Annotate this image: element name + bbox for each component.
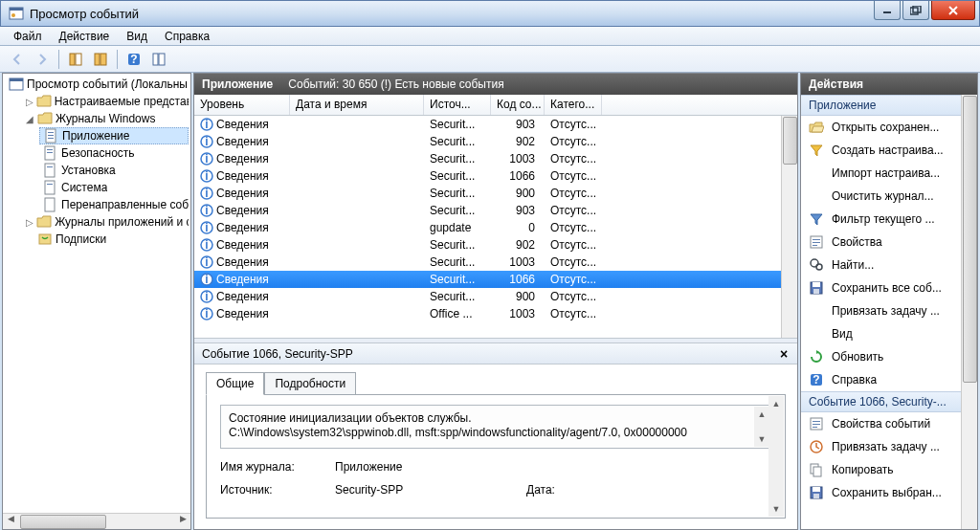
menu-action[interactable]: Действие	[52, 28, 118, 45]
tree-forwarded-log[interactable]: Перенаправленные соб	[39, 196, 189, 213]
tab-general[interactable]: Общие	[206, 372, 264, 395]
description-scrollbar[interactable]: ▲ ▼	[754, 407, 769, 447]
action-item[interactable]: Привязать задачу ...	[801, 435, 977, 458]
info-icon: i	[200, 273, 213, 286]
event-row[interactable]: iСведенияSecurit...1003Отсутс...	[194, 254, 797, 271]
tree-security-log[interactable]: Безопасность	[39, 144, 189, 162]
event-row[interactable]: iСведенияSecurit...900Отсутс...	[194, 185, 797, 202]
properties-button[interactable]	[89, 48, 112, 71]
column-datetime[interactable]: Дата и время	[290, 95, 424, 115]
event-list-scrollbar[interactable]	[781, 116, 797, 338]
scrollbar-thumb[interactable]	[783, 117, 797, 165]
action-item[interactable]: Открыть сохранен...	[801, 116, 977, 139]
log-icon	[43, 163, 58, 178]
event-row[interactable]: iСведенияSecurit...1066Отсутс...	[194, 271, 797, 288]
actions-scrollbar[interactable]	[961, 95, 977, 529]
action-item[interactable]: Сохранить все соб...	[801, 276, 977, 299]
menu-file[interactable]: Файл	[6, 28, 50, 45]
action-item[interactable]: Вид▶	[801, 322, 977, 345]
scroll-down-icon[interactable]: ▼	[754, 431, 769, 447]
detail-close-button[interactable]: ×	[776, 346, 791, 362]
action-section-header[interactable]: Приложение▲	[801, 95, 977, 116]
event-row[interactable]: iСведенияSecurit...903Отсутс...	[194, 116, 797, 133]
scroll-up-icon[interactable]: ▲	[754, 407, 769, 422]
tree-app-logs[interactable]: ▷ Журналы приложений и сл	[22, 213, 189, 231]
action-item[interactable]: Сохранить выбран...	[801, 481, 977, 504]
svg-rect-24	[47, 166, 53, 167]
detail-scrollbar[interactable]: ▲ ▼	[768, 396, 784, 517]
tree-subscriptions[interactable]: Подписки	[22, 231, 189, 248]
scroll-down-icon[interactable]: ▼	[768, 501, 784, 517]
tree-custom-views[interactable]: ▷ Настраиваемые представле	[22, 93, 189, 110]
maximize-button[interactable]	[902, 1, 929, 20]
scroll-up-icon[interactable]: ▲	[768, 396, 784, 411]
action-item[interactable]: Обновить	[801, 345, 977, 368]
tab-details[interactable]: Подробности	[264, 372, 356, 394]
svg-rect-67	[813, 427, 817, 428]
event-list: Уровень Дата и время Источ... Код со... …	[194, 95, 797, 338]
expand-icon[interactable]: ▷	[26, 217, 36, 228]
detail-description[interactable]: Состояние инициализации объектов службы.…	[220, 405, 771, 449]
svg-text:i: i	[205, 204, 208, 217]
action-label: Обновить	[832, 350, 883, 364]
event-row[interactable]: iСведенияSecurit...1066Отсутс...	[194, 167, 797, 185]
svg-rect-3	[883, 11, 891, 13]
action-item[interactable]: Свойства	[801, 231, 977, 254]
events-header-title: Приложение	[202, 77, 273, 91]
action-item[interactable]: Найти...	[801, 254, 977, 276]
svg-rect-55	[813, 242, 820, 243]
close-button[interactable]	[931, 1, 975, 20]
action-label: Привязать задачу ...	[832, 440, 940, 453]
menu-help[interactable]: Справка	[157, 28, 217, 45]
event-row[interactable]: iСведенияSecurit...903Отсутс...	[194, 202, 797, 219]
event-row[interactable]: iСведенияSecurit...902Отсутс...	[194, 236, 797, 254]
svg-rect-1	[10, 8, 23, 11]
event-row[interactable]: iСведенияSecurit...1003Отсутс...	[194, 150, 797, 167]
svg-text:?: ?	[130, 53, 137, 66]
menu-bar: Файл Действие Вид Справка	[0, 27, 980, 46]
collapse-icon[interactable]: ◢	[26, 114, 37, 124]
menu-view[interactable]: Вид	[119, 28, 155, 45]
action-item[interactable]: Привязать задачу ...	[801, 299, 977, 322]
action-section-header[interactable]: Событие 1066, Security-...▲	[801, 391, 977, 412]
expand-icon[interactable]: ▷	[26, 97, 36, 107]
column-level[interactable]: Уровень	[194, 95, 290, 115]
tree-system-log[interactable]: Система	[39, 179, 189, 196]
action-item[interactable]: ?Справка▶	[801, 368, 977, 391]
filter2-icon	[809, 211, 824, 227]
action-item[interactable]: Копировать▶	[801, 458, 977, 481]
open-icon	[809, 120, 824, 135]
event-row[interactable]: iСведенияSecurit...900Отсутс...	[194, 288, 797, 305]
action-item[interactable]: Фильтр текущего ...	[801, 208, 977, 231]
action-item[interactable]: Свойства событий	[801, 412, 977, 435]
tree-root[interactable]: Просмотр событий (Локальны	[5, 76, 189, 93]
show-tree-button[interactable]	[64, 48, 87, 71]
column-source[interactable]: Источ...	[424, 95, 491, 115]
tree-setup-log[interactable]: Установка	[39, 162, 189, 179]
find-icon	[809, 257, 824, 273]
actions-title: Действия	[801, 74, 977, 95]
action-item[interactable]: Очистить журнал...	[801, 185, 977, 208]
tree-horizontal-scrollbar[interactable]: ◀ ▶	[3, 513, 190, 529]
action-item[interactable]: Создать настраива...	[801, 139, 977, 162]
action-item[interactable]: Импорт настраива...	[801, 162, 977, 185]
column-code[interactable]: Код со...	[491, 95, 545, 115]
tree-application-log[interactable]: Приложение	[39, 127, 189, 144]
toolbar: ?	[0, 46, 980, 73]
scrollbar-thumb[interactable]	[963, 96, 977, 383]
svg-text:i: i	[205, 307, 208, 320]
scrollbar-thumb[interactable]	[20, 515, 106, 529]
preview-button[interactable]	[147, 48, 170, 71]
detail-fields: Имя журнала: Приложение Источник: Securi…	[220, 460, 771, 497]
event-row[interactable]: iСведенияOffice ...1003Отсутс...	[194, 305, 797, 322]
help-button[interactable]: ?	[122, 48, 145, 71]
svg-rect-66	[813, 424, 820, 425]
log-icon	[43, 145, 58, 161]
column-category[interactable]: Катего...	[545, 95, 602, 115]
props-icon	[809, 234, 824, 250]
event-row[interactable]: iСведенияSecurit...902Отсутс...	[194, 133, 797, 150]
tree-windows-logs[interactable]: ◢ Журналы Windows	[22, 110, 189, 127]
minimize-button[interactable]	[874, 1, 901, 20]
svg-rect-73	[813, 494, 819, 498]
event-row[interactable]: iСведенияgupdate0Отсутс...	[194, 219, 797, 236]
